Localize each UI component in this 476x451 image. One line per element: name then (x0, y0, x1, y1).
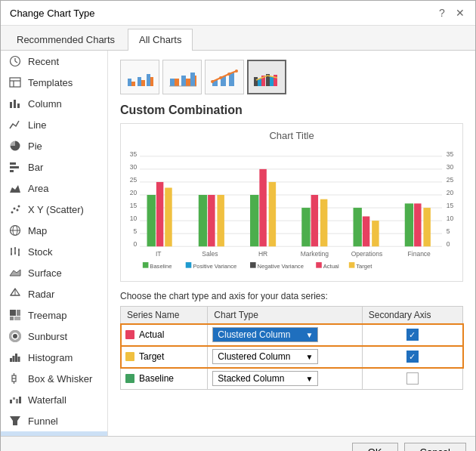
svg-text:Negative Variance: Negative Variance (258, 263, 304, 270)
combo-type-2[interactable] (162, 60, 202, 94)
svg-rect-3 (10, 78, 20, 87)
dropdown-arrow-baseline: ▼ (305, 375, 313, 383)
svg-text:5: 5 (447, 227, 450, 235)
svg-rect-66 (190, 73, 195, 86)
svg-rect-115 (301, 208, 310, 246)
tab-all-charts[interactable]: All Charts (128, 29, 193, 51)
svg-rect-134 (250, 262, 256, 268)
series-chart-type-baseline: Stacked Column ▼ (208, 368, 362, 390)
map-icon (8, 224, 22, 237)
sidebar-item-xy[interactable]: X Y (Scatter) (1, 199, 107, 220)
sidebar-label-histogram: Histogram (28, 352, 73, 363)
svg-rect-11 (10, 170, 14, 172)
sidebar-item-column[interactable]: Column (1, 93, 107, 114)
secondary-axis-checkbox-target[interactable] (406, 351, 419, 363)
sidebar-label-pie: Pie (28, 141, 42, 152)
sidebar-item-bar[interactable]: Bar (1, 156, 107, 178)
sidebar-item-funnel[interactable]: Funnel (1, 410, 107, 431)
svg-text:Finance: Finance (408, 251, 431, 258)
chart-svg: 35 30 25 20 15 10 5 0 35 30 25 20 15 10 … (127, 144, 456, 273)
svg-rect-42 (15, 354, 17, 362)
svg-rect-130 (143, 262, 149, 268)
svg-rect-50 (16, 399, 18, 403)
sidebar-item-map[interactable]: Map (1, 220, 107, 241)
sidebar-item-histogram[interactable]: Histogram (1, 347, 107, 368)
svg-text:Positive Variance: Positive Variance (193, 263, 236, 270)
change-chart-type-dialog: Change Chart Type ? ✕ Recommended Charts… (0, 0, 476, 451)
svg-text:0: 0 (134, 240, 138, 248)
sidebar-item-combo[interactable]: Combo (1, 431, 107, 436)
sidebar-item-recent[interactable]: Recent (1, 51, 107, 72)
svg-point-72 (211, 80, 214, 83)
tabs-row: Recommended Charts All Charts (1, 26, 475, 51)
sidebar-item-templates[interactable]: Templates (1, 72, 107, 93)
series-name-actual: Actual (121, 324, 208, 346)
secondary-axis-checkbox-actual[interactable] (406, 329, 419, 341)
help-button[interactable]: ? (436, 7, 448, 19)
sidebar-item-surface[interactable]: Surface (1, 262, 107, 283)
target-color-dot (125, 352, 134, 361)
svg-point-14 (14, 208, 16, 210)
ok-button[interactable]: OK (352, 443, 398, 451)
content-area: Recent Templates Column Line (1, 51, 475, 436)
svg-rect-122 (414, 203, 421, 246)
svg-text:10: 10 (447, 215, 454, 222)
svg-rect-48 (10, 400, 12, 403)
svg-rect-35 (17, 310, 20, 316)
svg-rect-119 (363, 216, 369, 246)
svg-rect-67 (195, 76, 196, 86)
baseline-chart-type-select[interactable]: Stacked Column ▼ (212, 371, 318, 386)
svg-text:30: 30 (130, 163, 138, 171)
actual-chart-type-select[interactable]: Clustered Column ▼ (212, 327, 318, 342)
series-name-target: Target (121, 346, 208, 368)
svg-rect-64 (181, 76, 186, 86)
sunburst-icon (8, 329, 22, 343)
close-button[interactable]: ✕ (454, 7, 466, 19)
sidebar-item-treemap[interactable]: Treemap (1, 304, 107, 326)
sidebar-label-radar: Radar (28, 289, 54, 300)
svg-rect-36 (10, 317, 14, 320)
combo-icon (8, 435, 22, 436)
svg-rect-80 (270, 76, 274, 86)
svg-text:35: 35 (130, 150, 138, 158)
svg-text:Actual: Actual (323, 263, 339, 270)
combo-type-3[interactable] (205, 60, 244, 94)
svg-marker-52 (10, 416, 20, 425)
dialog-footer: OK Cancel (1, 436, 475, 451)
sidebar-item-line[interactable]: Line (1, 114, 107, 135)
svg-rect-108 (165, 188, 172, 247)
combo-type-1[interactable] (120, 60, 159, 94)
svg-text:IT: IT (156, 251, 162, 258)
svg-rect-106 (147, 195, 156, 246)
sidebar-item-sunburst[interactable]: Sunburst (1, 326, 107, 347)
dialog-title: Change Chart Type (10, 8, 95, 19)
series-secondary-axis-actual (362, 324, 462, 346)
sidebar-label-column: Column (28, 98, 62, 110)
svg-text:10: 10 (130, 215, 138, 222)
svg-rect-56 (128, 79, 131, 86)
combo-type-4[interactable] (247, 60, 286, 94)
svg-rect-61 (150, 77, 153, 86)
sidebar-item-radar[interactable]: Radar (1, 283, 107, 304)
sidebar-item-box[interactable]: Box & Whisker (1, 368, 107, 389)
svg-text:20: 20 (447, 189, 454, 196)
sidebar-item-area[interactable]: Area (1, 178, 107, 199)
sidebar-item-stock[interactable]: Stock (1, 241, 107, 262)
sidebar-item-waterfall[interactable]: Waterfall (1, 389, 107, 410)
line-icon (8, 118, 22, 131)
svg-text:30: 30 (447, 163, 454, 171)
sidebar-label-stock: Stock (28, 246, 53, 258)
tab-recommended[interactable]: Recommended Charts (5, 29, 126, 50)
secondary-axis-checkbox-baseline[interactable] (406, 372, 419, 385)
sidebar-label-line: Line (28, 119, 47, 131)
svg-rect-49 (13, 397, 15, 400)
series-table: Series Name Chart Type Secondary Axis Ac… (120, 306, 463, 390)
svg-rect-34 (10, 310, 16, 316)
svg-rect-123 (423, 208, 430, 246)
sidebar-label-xy: X Y (Scatter) (28, 204, 84, 215)
sidebar-item-pie[interactable]: Pie (1, 135, 107, 156)
cancel-button[interactable]: Cancel (404, 443, 466, 451)
svg-rect-9 (10, 162, 16, 165)
chart-preview: Chart Title 35 30 25 20 15 10 5 0 35 30 … (120, 123, 463, 282)
target-chart-type-select[interactable]: Clustered Column ▼ (212, 349, 318, 364)
